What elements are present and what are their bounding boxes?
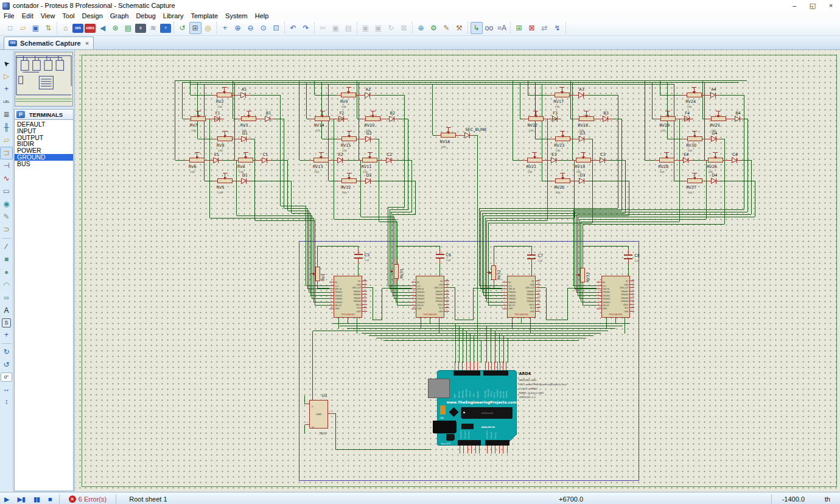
- diode-D4[interactable]: D4: [707, 173, 720, 183]
- diode-F4[interactable]: F4: [680, 111, 693, 121]
- potentiometer-RV3[interactable]: RV310k: [237, 111, 261, 132]
- potentiometer-RV25[interactable]: RV2510k: [706, 111, 730, 132]
- pick-device-button[interactable]: P: [16, 111, 25, 118]
- tab-schematic-capture[interactable]: ISIS Schematic Capture ×: [4, 37, 94, 49]
- potentiometer-RV23[interactable]: RV2310k: [550, 131, 575, 152]
- diode-C2[interactable]: C2: [382, 152, 396, 163]
- line-2d-icon[interactable]: ∕: [0, 240, 13, 253]
- potentiometer-RV27[interactable]: RV2710k: [682, 173, 707, 194]
- menu-system[interactable]: System: [222, 12, 251, 19]
- circle-2d-icon[interactable]: ●: [0, 266, 13, 279]
- menu-help[interactable]: Help: [251, 12, 273, 19]
- property-assignment-icon[interactable]: =A: [496, 22, 508, 34]
- zoom-all-icon[interactable]: ⊙: [257, 22, 270, 34]
- potentiometer-RV18[interactable]: RV1810k: [574, 111, 598, 132]
- potentiometer-RV22[interactable]: RV2210k: [523, 111, 548, 132]
- origin-icon[interactable]: ◎: [202, 22, 214, 34]
- potentiometer-RV30[interactable]: RV3010k: [682, 131, 707, 152]
- potentiometer-RV8[interactable]: RV810k: [213, 131, 237, 152]
- decompose-icon[interactable]: ⚒: [453, 22, 466, 34]
- potentiometer-RV5[interactable]: RV510k: [213, 173, 237, 194]
- zoom-in-icon[interactable]: ⊕: [232, 22, 244, 34]
- error-icon[interactable]: ×: [69, 495, 76, 503]
- diode-B2[interactable]: B2: [385, 111, 399, 121]
- diode-C4[interactable]: C4: [727, 152, 741, 163]
- text-2d-icon[interactable]: A: [0, 304, 13, 317]
- cut-icon[interactable]: ✂: [317, 22, 329, 34]
- graph-mode-icon[interactable]: ∿: [0, 172, 13, 185]
- new-sheet-icon[interactable]: ⊞: [513, 22, 525, 34]
- ruler-icon[interactable]: ≋: [147, 22, 159, 34]
- diode-E3[interactable]: E3: [547, 152, 560, 163]
- pause-button[interactable]: ▮▮: [33, 495, 40, 503]
- diode-G2[interactable]: G2: [362, 131, 375, 141]
- diode-D3[interactable]: D3: [575, 173, 588, 183]
- menu-tool[interactable]: Tool: [58, 12, 78, 19]
- diode-A1[interactable]: A1: [237, 87, 250, 97]
- overview-minimap[interactable]: [15, 52, 73, 107]
- potentiometer-RV32[interactable]: RV3210k: [485, 261, 502, 289]
- generator-mode-icon[interactable]: ◉: [0, 198, 13, 211]
- diode-E4[interactable]: E4: [679, 152, 692, 163]
- zoom-out-icon[interactable]: ⊖: [245, 22, 257, 34]
- wire-autorouter-icon[interactable]: ↳: [471, 22, 483, 34]
- box-2d-icon[interactable]: ■: [0, 253, 13, 266]
- path-2d-icon[interactable]: ∞: [0, 292, 13, 304]
- play-button[interactable]: ▶: [4, 495, 9, 503]
- new-project-icon[interactable]: □: [4, 22, 16, 34]
- restore-button[interactable]: ◱: [803, 2, 822, 10]
- potentiometer-RV19[interactable]: RV1910k: [571, 152, 595, 173]
- capacitor-C8[interactable]: C81uF: [624, 250, 640, 264]
- schematic-capture-icon[interactable]: ISIS: [72, 24, 83, 33]
- potentiometer-RV10[interactable]: RV1010k: [361, 111, 385, 132]
- menu-edit[interactable]: Edit: [18, 12, 37, 19]
- diode-G1[interactable]: G1: [237, 131, 251, 141]
- import-project-icon[interactable]: ⇅: [43, 22, 55, 34]
- menu-file[interactable]: File: [0, 12, 18, 19]
- potentiometer-RV20[interactable]: RV2010k: [550, 173, 575, 194]
- block-move-icon[interactable]: ▣: [373, 22, 385, 34]
- diode-F1[interactable]: F1: [211, 111, 224, 121]
- potentiometer-RV26[interactable]: RV2610k: [703, 152, 727, 173]
- make-device-icon[interactable]: ⚙: [428, 22, 440, 34]
- potentiometer-RV11[interactable]: RV1110k: [358, 152, 382, 173]
- error-count[interactable]: 6 Error(s): [79, 495, 107, 503]
- rotate-ccw-icon[interactable]: ↺: [0, 359, 13, 371]
- wire-label-mode-icon[interactable]: LBL: [0, 96, 13, 108]
- simulation-icon[interactable]: ⊛: [110, 22, 122, 34]
- potentiometer-RV6[interactable]: RV610k: [185, 152, 209, 173]
- ic-TPIC6B595-2[interactable]: 1NC2VCC3SER IN4DRAIN05DRAIN16DRAIN27DRAI…: [411, 276, 449, 318]
- undo-icon[interactable]: ↶: [287, 22, 299, 34]
- capacitor-C5[interactable]: C51uF: [354, 249, 370, 264]
- ic-TPIC6B595-3[interactable]: 1NC2VCC3SER IN4DRAIN05DRAIN16DRAIN27DRAI…: [502, 276, 540, 318]
- rotate-cw-icon[interactable]: ↻: [0, 346, 13, 359]
- potentiometer-RV14[interactable]: RV1410k: [310, 111, 335, 132]
- diode-C3[interactable]: C3: [595, 152, 609, 163]
- potentiometer-RV16[interactable]: RV1610k: [436, 127, 461, 149]
- terminal-bus[interactable]: BUS: [15, 161, 73, 167]
- menu-template[interactable]: Template: [187, 12, 222, 19]
- redraw-icon[interactable]: ↺: [177, 22, 189, 34]
- block-copy-icon[interactable]: ▣: [360, 22, 372, 34]
- regulator-U1[interactable]: 123VIVOGNDU17805: [305, 393, 333, 435]
- potentiometer-RV21[interactable]: RV2110k: [522, 152, 547, 173]
- subcircuit-mode-icon[interactable]: ▱: [0, 134, 13, 147]
- open-project-icon[interactable]: ▱: [17, 22, 29, 34]
- diode-F2[interactable]: F2: [335, 111, 348, 121]
- step-button[interactable]: ▶▮: [17, 495, 25, 503]
- paste-icon[interactable]: ▤: [343, 22, 355, 34]
- menu-view[interactable]: View: [37, 12, 59, 19]
- schematic-drawing[interactable]: RV210kA1RV310kB1RV410kC1RV510kD1RV610kE1…: [75, 50, 840, 492]
- potentiometer-RV12[interactable]: RV1210k: [337, 173, 362, 194]
- diode-C1[interactable]: C1: [258, 152, 271, 163]
- text-script-mode-icon[interactable]: ≣: [0, 108, 13, 121]
- pick-parts-icon[interactable]: ⊕: [415, 22, 427, 34]
- angle-display[interactable]: 0°: [1, 373, 12, 382]
- voltage-probe-mode-icon[interactable]: ✎: [0, 211, 13, 223]
- potentiometer-RV13[interactable]: RV1310k: [309, 152, 334, 173]
- copy-icon[interactable]: ▣: [330, 22, 342, 34]
- electrical-check-icon[interactable]: ↯: [551, 22, 564, 34]
- menu-graph[interactable]: Graph: [107, 12, 133, 19]
- symbol-2d-icon[interactable]: S: [2, 318, 11, 327]
- pcb-layout-icon[interactable]: ARES: [85, 24, 96, 33]
